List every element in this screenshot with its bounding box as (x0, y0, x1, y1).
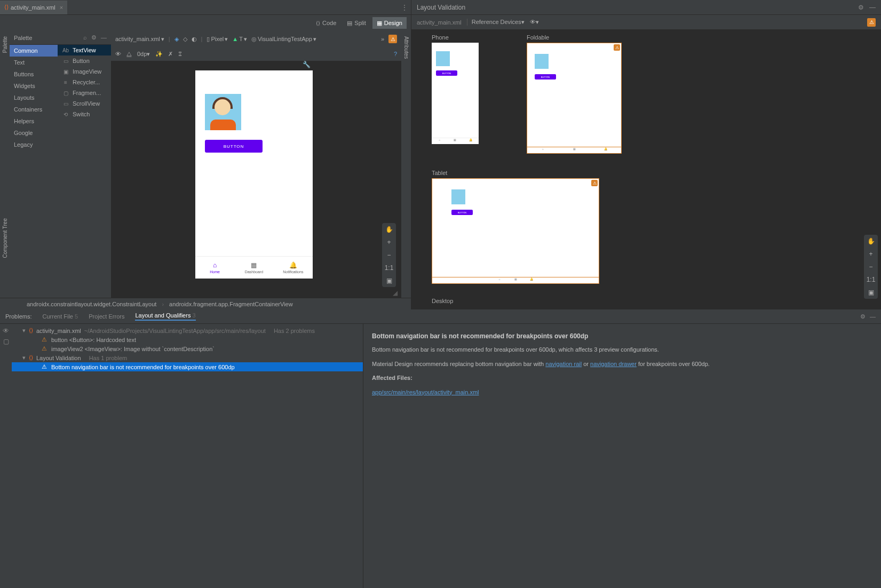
nav-home[interactable]: ⌂Home (195, 257, 234, 279)
palette-item-scrollview[interactable]: ▭ScrollView (58, 98, 111, 109)
palette-item-textview[interactable]: AbTextView (58, 45, 111, 55)
preview-imageview[interactable] (205, 94, 241, 130)
gear-icon[interactable]: ⚙ (860, 313, 866, 320)
zoom-fit-button[interactable]: ▣ (864, 286, 878, 299)
warning-badge[interactable]: ⚠ (867, 18, 876, 27)
preview-button[interactable]: BUTTON (205, 140, 263, 153)
mode-design-button[interactable]: Design (372, 17, 407, 29)
preview-phone[interactable]: BUTTON ⌂▦🔔 (432, 43, 479, 144)
theme-dropdown[interactable]: ▲ T ▾ (232, 36, 247, 43)
attributes-side-tab[interactable]: Attributes (403, 36, 409, 59)
gear-icon[interactable]: ⚙ (91, 34, 97, 41)
magnet-icon[interactable]: ⧋ (126, 51, 132, 58)
zoom-out-button[interactable]: − (382, 249, 396, 261)
warning-icon: ⚠ (42, 363, 48, 370)
pan-icon[interactable]: ✋ (382, 223, 396, 236)
clear-icon[interactable]: ✗ (168, 51, 173, 58)
eye-icon[interactable]: 👁 (115, 51, 121, 57)
tab-project-errors[interactable]: Project Errors (89, 313, 124, 320)
tree-warning-item[interactable]: ⚠ imageView2 <ImageView>: Image without … (12, 344, 363, 353)
palette-item-button[interactable]: ▭Button (58, 55, 111, 66)
palette-cat-widgets[interactable]: Widgets (10, 80, 58, 92)
tab-current-file[interactable]: Current File 5 (43, 313, 78, 320)
zoom-11-button[interactable]: 1:1 (382, 261, 396, 274)
mode-split-button[interactable]: Split (343, 17, 370, 29)
wrench-icon[interactable]: 🔧 (303, 61, 311, 68)
search-icon[interactable]: ⌕ (83, 34, 87, 41)
palette-cat-helpers[interactable]: Helpers (10, 115, 58, 127)
dp-dropdown[interactable]: 0dp▾ (137, 51, 150, 58)
nav-dashboard[interactable]: ▦Dashboard (234, 257, 273, 279)
breadcrumb-item[interactable]: androidx.constraintlayout.widget.Constra… (27, 301, 156, 307)
design-icon (377, 20, 382, 27)
home-icon: ⌂ (213, 261, 217, 269)
palette-item-switch[interactable]: ⟲Switch (58, 109, 111, 120)
eye-icon[interactable]: 👁 (3, 327, 9, 335)
preview-bottom-nav[interactable]: ⌂Home ▦Dashboard 🔔Notifications (195, 256, 313, 279)
component-tree-side-tab[interactable]: Component Tree (2, 218, 8, 258)
zoom-in-button[interactable]: + (382, 236, 396, 249)
chevron-down-icon: ▾ (313, 36, 316, 43)
tab-bar-overflow-icon[interactable]: ⋮ (401, 4, 411, 11)
design-surface[interactable]: 🔧 BUTTON ⌂Home ▦Dashboard 🔔Notifications… (111, 61, 401, 298)
minimize-icon[interactable]: — (870, 313, 876, 320)
eye-icon[interactable]: 👁▾ (530, 19, 539, 26)
affected-files-label: Affected Files: (372, 374, 872, 383)
overflow-icon[interactable]: » (381, 36, 384, 42)
affected-file-link[interactable]: app/src/main/res/layout/activity_main.xm… (372, 389, 479, 395)
design-file-dropdown[interactable]: activity_main.xml ▾ (115, 36, 164, 43)
palette-cat-common[interactable]: Common (10, 45, 58, 57)
minimize-icon[interactable]: — (101, 34, 107, 41)
zoom-fit-button[interactable]: ▣ (382, 274, 396, 287)
problems-left-gutter: 👁 ▢ (0, 324, 12, 588)
app-dropdown[interactable]: ◎ VisualLintingTestApp ▾ (251, 36, 316, 43)
warning-badge[interactable]: ⚠ (388, 35, 397, 43)
pan-icon[interactable]: ✋ (864, 235, 878, 248)
validation-header: Layout Validation ⚙ — (411, 0, 881, 15)
tree-warning-item-selected[interactable]: ⚠ Bottom navigation bar is not recommend… (12, 362, 363, 371)
problem-detail: Bottom navigation bar is not recommended… (363, 324, 881, 588)
breadcrumb-item[interactable]: androidx.fragment.app.FragmentContainerV… (169, 301, 293, 307)
device-dropdown[interactable]: ▯ Pixel ▾ (207, 36, 228, 43)
resize-handle[interactable]: ◢ (393, 289, 401, 298)
palette-picker-icon[interactable]: ◐ (192, 36, 197, 43)
nav-notifications[interactable]: 🔔Notifications (274, 257, 313, 279)
reference-devices-dropdown[interactable]: Reference Devices▾ (467, 19, 525, 26)
link-navigation-rail[interactable]: navigation rail (545, 361, 582, 367)
palette-categories: Common Text Buttons Widgets Layouts Cont… (10, 45, 58, 298)
palette-cat-layouts[interactable]: Layouts (10, 92, 58, 104)
device-preview[interactable]: 🔧 BUTTON ⌂Home ▦Dashboard 🔔Notifications (195, 70, 313, 279)
palette-item-imageview[interactable]: ▣ImageView (58, 66, 111, 77)
validation-body[interactable]: Phone BUTTON ⌂▦🔔 Foldable ⚠ BUTTON ⌂▦🔔 (411, 30, 881, 309)
tree-file-node[interactable]: ▾ ⟨⟩ activity_main.xml ~/AndroidStudioPr… (12, 326, 363, 335)
layer-icon[interactable]: ◈ (174, 36, 179, 43)
palette-item-recycler[interactable]: ≡Recycler... (58, 77, 111, 88)
palette-item-fragment[interactable]: ▢Fragmen... (58, 88, 111, 98)
zoom-in-button[interactable]: + (864, 248, 878, 260)
palette-cat-buttons[interactable]: Buttons (10, 68, 58, 80)
tree-warning-item[interactable]: ⚠ button <Button>: Hardcoded text (12, 335, 363, 344)
palette-side-tab[interactable]: Palette (2, 36, 8, 53)
gear-icon[interactable]: ⚙ (858, 4, 864, 11)
minimize-icon[interactable]: — (869, 4, 876, 11)
preview-foldable[interactable]: ⚠ BUTTON ⌂▦🔔 (527, 43, 622, 154)
mode-code-button[interactable]: Code (312, 17, 340, 29)
warning-icon: ⚠ (591, 180, 598, 186)
help-icon[interactable]: ? (394, 51, 397, 57)
palette-cat-legacy[interactable]: Legacy (10, 139, 58, 150)
palette-cat-google[interactable]: Google (10, 127, 58, 139)
link-navigation-drawer[interactable]: navigation drawer (590, 361, 637, 367)
zoom-11-button[interactable]: 1:1 (864, 273, 878, 286)
layer2-icon[interactable]: ◇ (183, 36, 187, 43)
preview-tablet[interactable]: ⚠ BUTTON ⌂▦🔔 (432, 178, 599, 284)
close-icon[interactable]: × (60, 4, 63, 11)
filter-icon[interactable]: ▢ (3, 338, 9, 345)
tree-layout-validation-node[interactable]: ▾ ⟨⟩ Layout Validation Has 1 problem (12, 353, 363, 362)
file-tab-activity-main[interactable]: ⟨⟩ activity_main.xml × (0, 1, 67, 14)
tab-layout-qualifiers[interactable]: Layout and Qualifiers 3 (135, 312, 195, 321)
zoom-out-button[interactable]: − (864, 260, 878, 273)
wand-icon[interactable]: ✨ (155, 51, 163, 58)
palette-cat-text[interactable]: Text (10, 57, 58, 68)
guideline-icon[interactable]: Ɪ (178, 51, 181, 57)
palette-cat-containers[interactable]: Containers (10, 104, 58, 115)
